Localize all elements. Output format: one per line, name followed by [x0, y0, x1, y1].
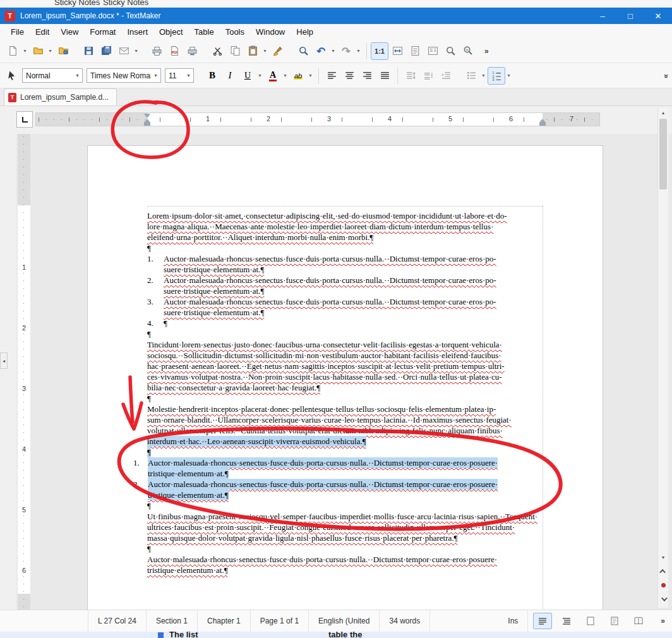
send-mail-button[interactable]	[115, 42, 133, 60]
scroll-up-button[interactable]: ▴	[658, 107, 668, 117]
paragraph-style-select[interactable]: Normal ▾	[22, 68, 83, 83]
menu-format[interactable]: Format	[84, 27, 121, 37]
bullet-list-icon	[466, 70, 477, 81]
toolbar-overflow-chevron[interactable]: »	[662, 74, 671, 78]
svg-text:PDF: PDF	[171, 51, 177, 54]
font-family-select[interactable]: Times New Romar ▾	[87, 68, 161, 83]
minimize-button[interactable]: –	[589, 8, 616, 24]
first-line-indent-marker[interactable]	[144, 114, 150, 118]
select-browse-object-button[interactable]	[658, 580, 668, 590]
menu-table[interactable]: Table	[189, 27, 220, 37]
line-spacing-button[interactable]	[402, 67, 419, 85]
doc-text[interactable]: Lorem·ipsum·dolor·sit·amet,·consectetur·…	[147, 210, 543, 575]
cursor-position[interactable]: L 27 Col 24	[88, 610, 147, 632]
chapter-indicator[interactable]: Chapter 1	[198, 610, 251, 632]
chevron-down-icon[interactable]: ▾	[133, 48, 140, 54]
outline-view-button[interactable]	[557, 613, 576, 629]
zoom-level-button[interactable]: %	[459, 42, 477, 60]
horizontal-split-handle[interactable]: ◂	[0, 352, 8, 369]
menu-view[interactable]: View	[55, 27, 84, 37]
menu-window[interactable]: Window	[250, 27, 291, 37]
numbered-list-button[interactable]: 123	[488, 67, 505, 85]
right-indent-marker[interactable]	[539, 119, 546, 123]
page-indicator[interactable]: Page 1 of 1	[251, 610, 309, 632]
underline-button[interactable]: U	[239, 67, 256, 85]
redo-button[interactable]: ↷	[337, 42, 355, 60]
quick-print-button[interactable]	[183, 42, 201, 60]
document-tab[interactable]: T Lorem_ipsum_Sample.d...	[4, 88, 117, 105]
undo-button[interactable]: ↶	[312, 42, 330, 60]
menu-help[interactable]: Help	[291, 27, 319, 37]
open-remote-button[interactable]	[54, 42, 72, 60]
save-all-button[interactable]	[97, 42, 115, 60]
zoom-button[interactable]	[441, 42, 459, 60]
chevron-down-icon[interactable]: ▾	[355, 48, 362, 54]
save-button[interactable]	[80, 42, 97, 60]
menu-tools[interactable]: Tools	[220, 27, 250, 37]
previous-page-button[interactable]	[658, 566, 668, 576]
chevron-down-icon[interactable]: ▾	[282, 73, 289, 78]
object-mode-button[interactable]	[3, 67, 20, 85]
vertical-scrollbar[interactable]: ▴ ▾	[657, 107, 668, 608]
indent-button[interactable]	[437, 67, 455, 85]
chevron-down-icon[interactable]: ▾	[307, 73, 314, 78]
menu-object[interactable]: Object	[153, 27, 189, 37]
align-right-button[interactable]	[358, 67, 376, 85]
language-indicator[interactable]: English (United	[309, 610, 380, 632]
scroll-down-button[interactable]: ▾	[658, 552, 668, 562]
open-button[interactable]	[29, 42, 47, 60]
bold-button[interactable]: B	[203, 67, 221, 85]
format-painter-button[interactable]	[269, 42, 287, 60]
menu-insert[interactable]: Insert	[121, 27, 153, 37]
menu-edit[interactable]: Edit	[30, 27, 55, 37]
chevron-down-icon[interactable]: ▾	[480, 73, 487, 78]
bullet-list-button[interactable]	[462, 67, 480, 85]
italic-button[interactable]: I	[221, 67, 239, 85]
normal-view-button[interactable]	[533, 613, 552, 629]
new-document-button[interactable]	[4, 42, 21, 60]
book-view-button[interactable]	[629, 613, 648, 629]
print-button[interactable]	[148, 42, 165, 60]
close-button[interactable]: ✕	[644, 8, 672, 24]
multi-column-view-button[interactable]	[424, 42, 441, 60]
highlight-button[interactable]: ab	[289, 67, 307, 85]
toolbar-overflow-chevron[interactable]: »	[484, 47, 488, 56]
align-center-button[interactable]	[340, 67, 358, 85]
font-color-button[interactable]: A	[264, 67, 282, 85]
find-button[interactable]	[294, 42, 312, 60]
chevron-down-icon[interactable]: ▾	[261, 48, 268, 54]
chevron-down-icon[interactable]: ▾	[256, 73, 263, 78]
cut-button[interactable]	[208, 42, 226, 60]
blank-page-view-button[interactable]	[581, 613, 600, 629]
single-page-view-button[interactable]	[406, 42, 424, 60]
magnifier-percent-icon: %	[463, 45, 474, 56]
paste-button[interactable]	[244, 42, 261, 60]
chevron-down-icon[interactable]: ▾	[505, 73, 512, 78]
menu-file[interactable]: File	[5, 27, 30, 37]
horizontal-ruler[interactable]: 1 2 3 4 5 6 7	[35, 112, 600, 126]
section-indicator[interactable]: Section 1	[147, 610, 198, 632]
scroll-thumb[interactable]	[659, 119, 667, 190]
tab-stop-left-icon	[22, 117, 28, 123]
word-count[interactable]: 34 words	[380, 610, 430, 632]
font-size-select[interactable]: 11 ▾	[165, 68, 194, 83]
fit-width-button[interactable]	[388, 42, 406, 60]
tab-stop-selector[interactable]	[16, 111, 33, 128]
export-pdf-button[interactable]: PDF	[165, 42, 183, 60]
align-left-button[interactable]	[323, 67, 340, 85]
statusbar-overflow-chevron[interactable]: »	[661, 617, 664, 625]
next-page-button[interactable]	[658, 594, 668, 604]
maximize-button[interactable]: □	[616, 8, 644, 24]
insert-mode-indicator[interactable]: Ins	[498, 610, 528, 632]
paragraph-spacing-button[interactable]	[419, 67, 437, 85]
chevron-down-icon[interactable]: ▾	[330, 48, 337, 54]
vertical-ruler[interactable]: 1 2 3 4 5 6	[18, 134, 30, 610]
chevron-down-icon[interactable]: ▾	[47, 48, 54, 54]
background-window-strip-bottom: The list table the	[0, 632, 672, 638]
chevron-down-icon[interactable]: ▾	[21, 48, 28, 54]
align-justify-button[interactable]	[376, 67, 393, 85]
left-indent-marker[interactable]	[144, 119, 150, 123]
page-layout-view-button[interactable]	[605, 613, 624, 629]
copy-button[interactable]	[226, 42, 244, 60]
zoom-actual-size-button[interactable]: 1:1	[371, 42, 388, 60]
